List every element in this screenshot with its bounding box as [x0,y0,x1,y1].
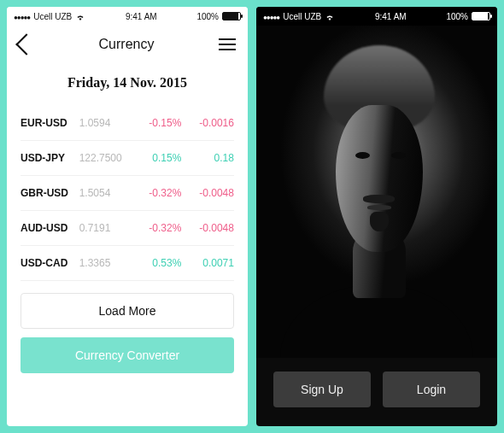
battery-icon [472,12,490,20]
pair-label: USD-JPY [21,152,73,164]
load-more-button[interactable]: Load More [21,293,234,329]
carrier-label: Ucell UZB [283,12,321,21]
currency-row[interactable]: GBR-USD1.5054-0.32%-0.0048 [21,176,234,211]
rate-label: 0.7191 [79,222,129,234]
auth-screen: Ucell UZB 9:41 AM 100% Sign Up Login [256,7,497,426]
currency-row[interactable]: AUD-USD0.7191-0.32%-0.0048 [21,211,234,246]
pair-label: USD-CAD [21,257,73,269]
rate-label: 1.3365 [79,257,129,269]
portrait-photo [256,26,497,358]
date-heading: Friday, 14 Nov. 2015 [7,63,248,106]
rate-label: 1.0594 [79,117,129,129]
nav-bar: Currency [7,26,248,63]
back-icon[interactable] [15,33,37,55]
login-button[interactable]: Login [383,372,480,407]
battery-pct-label: 100% [196,12,219,21]
signal-dots-icon [263,12,279,21]
currency-list: EUR-USD1.0594-0.15%-0.0016USD-JPY122.750… [7,106,248,281]
rate-label: 122.7500 [79,152,129,164]
currency-converter-button[interactable]: Currency Converter [21,337,234,373]
clock-label: 9:41 AM [375,12,407,21]
pair-label: AUD-USD [21,222,73,234]
pct-change-label: 0.53% [134,257,181,269]
status-bar: Ucell UZB 9:41 AM 100% [7,7,248,26]
currency-row[interactable]: EUR-USD1.0594-0.15%-0.0016 [21,106,234,141]
sign-up-button[interactable]: Sign Up [273,372,371,407]
pct-change-label: 0.15% [134,152,181,164]
wifi-icon [75,12,85,20]
auth-button-bar: Sign Up Login [256,358,497,426]
clock-label: 9:41 AM [126,12,157,21]
page-title: Currency [99,37,155,52]
currency-screen: Ucell UZB 9:41 AM 100% Currency Friday, … [7,7,248,426]
wifi-icon [325,12,335,20]
status-bar: Ucell UZB 9:41 AM 100% [256,7,497,26]
rate-label: 1.5054 [79,187,129,199]
battery-icon [222,12,241,20]
abs-change-label: 0.18 [187,152,234,164]
abs-change-label: -0.0016 [187,117,234,129]
signal-dots-icon [14,12,30,21]
abs-change-label: -0.0048 [187,187,234,199]
menu-icon[interactable] [219,38,236,50]
pct-change-label: -0.32% [134,187,181,199]
pct-change-label: -0.32% [134,222,181,234]
pair-label: EUR-USD [21,117,73,129]
battery-pct-label: 100% [446,12,468,21]
abs-change-label: -0.0048 [187,222,234,234]
currency-row[interactable]: USD-JPY122.75000.15%0.18 [21,141,234,176]
currency-row[interactable]: USD-CAD1.33650.53%0.0071 [21,246,234,281]
carrier-label: Ucell UZB [33,12,72,21]
abs-change-label: 0.0071 [187,257,234,269]
pct-change-label: -0.15% [134,117,181,129]
pair-label: GBR-USD [21,187,73,199]
